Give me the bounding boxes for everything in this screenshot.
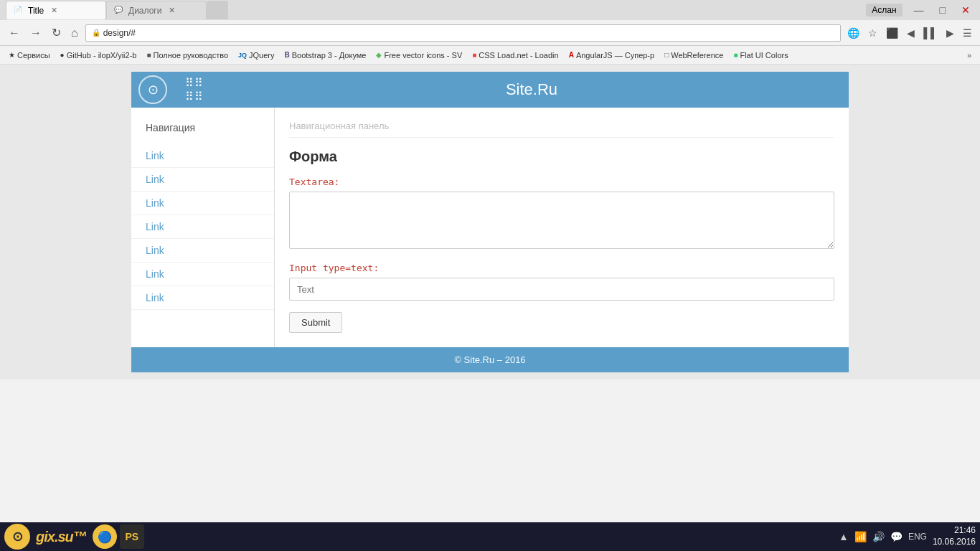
user-profile-icon[interactable]: ⊙ (138, 75, 167, 104)
bookmark-jquery[interactable]: JQ JQuery (234, 50, 278, 61)
bookmark-angular-label: AngularJS — Супер-р (576, 51, 654, 60)
minimize-button[interactable]: — (910, 4, 928, 16)
bookmark-icons[interactable]: ◆ Free vector icons - SV (372, 50, 466, 61)
bookmark-services-label: Сервисы (17, 51, 50, 60)
back-button[interactable]: ← (6, 27, 23, 39)
profile-symbol: ⊙ (148, 82, 159, 98)
tab-close-button[interactable]: ✕ (51, 6, 57, 15)
bookmark-more[interactable]: » (963, 50, 976, 61)
services-icon: ★ (9, 51, 15, 59)
window-controls: Аслан — □ ✕ (866, 4, 974, 17)
bookmark-webref[interactable]: □ WebReference (660, 50, 727, 61)
sidebar-link-3[interactable]: Link (131, 192, 274, 215)
user-name: Аслан (866, 4, 902, 17)
tab-dialogi-label: Диалоги (128, 6, 161, 16)
bookmark-github-label: GitHub - ilopX/yii2-b (67, 51, 137, 60)
submit-button[interactable]: Submit (289, 312, 342, 333)
notification-icon: 💬 (890, 531, 903, 542)
site-title: Site.Ru (222, 80, 842, 99)
website: ⊙ ⠿⠿⠿⠿ Site.Ru Навигация Link Link Link … (131, 72, 849, 372)
jquery-icon: JQ (238, 52, 247, 59)
nav-btn-3[interactable]: ▶ (944, 27, 956, 39)
sidebar-link-4[interactable]: Link (131, 215, 274, 239)
website-wrapper: ⊙ ⠿⠿⠿⠿ Site.Ru Навигация Link Link Link … (0, 65, 980, 380)
taskbar-app-phpstorm[interactable]: PS (120, 524, 144, 549)
bookmark-star-icon[interactable]: ☆ (866, 27, 880, 39)
translate-icon[interactable]: 🌐 (845, 27, 862, 39)
tab-title[interactable]: 📄 Title ✕ (6, 1, 106, 19)
volume-icon: 🔊 (872, 531, 885, 542)
tabs-container: 📄 Title ✕ 💬 Диалоги ✕ (6, 1, 228, 19)
taskbar-brand: gix.su™ (33, 529, 90, 545)
tab-dialogi[interactable]: 💬 Диалоги ✕ (106, 1, 207, 19)
tab-new[interactable] (207, 1, 228, 19)
bookmark-flatui-label: Flat UI Colors (740, 51, 788, 60)
footer-text: © Site.Ru – 2016 (454, 354, 525, 365)
nav-btn-1[interactable]: ◀ (905, 27, 917, 39)
navbar-placeholder: Навигационная панель (289, 115, 834, 138)
navigation-bar: ← → ↻ ⌂ 🔒 design/# 🌐 ☆ ⬛ ◀ ▌▌ ▶ ☰ (0, 20, 980, 46)
flatui-icon: ■ (733, 51, 738, 59)
bookmarks-bar: ★ Сервисы ● GitHub - ilopX/yii2-b ■ Полн… (0, 46, 980, 65)
close-button[interactable]: ✕ (957, 4, 974, 16)
site-footer: © Site.Ru – 2016 (131, 347, 849, 372)
input-label: Input type=text: (289, 263, 834, 273)
bookmark-bootstrap-label: Bootstrap 3 - Докуме (292, 51, 367, 60)
tab-label: Title (28, 6, 44, 16)
sidebar-link-5[interactable]: Link (131, 239, 274, 263)
sidebar-link-2[interactable]: Link (131, 168, 274, 192)
text-input[interactable] (289, 278, 834, 301)
address-bar[interactable]: 🔒 design/# (85, 24, 841, 42)
textarea-label: Textarea: (289, 176, 834, 187)
chrome-icon: 🔵 (98, 530, 112, 544)
textarea-field[interactable] (289, 192, 834, 249)
main-content: Навигационная панель Форма Textarea: Inp… (275, 108, 849, 347)
sidebar-link-1[interactable]: Link (131, 144, 274, 168)
forward-button[interactable]: → (27, 27, 44, 39)
start-button[interactable]: ⊙ (4, 524, 30, 550)
browser-window: 📄 Title ✕ 💬 Диалоги ✕ Аслан — □ ✕ ← → ↻ … (0, 0, 980, 551)
sidebar-link-6[interactable]: Link (131, 263, 274, 286)
bookmark-services[interactable]: ★ Сервисы (4, 50, 55, 61)
reload-button[interactable]: ↻ (49, 26, 64, 39)
address-text: design/# (103, 28, 136, 38)
maximize-button[interactable]: □ (936, 4, 950, 16)
bookmark-angular[interactable]: A AngularJS — Супер-р (565, 50, 659, 61)
bookmark-webref-label: WebReference (671, 51, 723, 60)
bookmark-flatui[interactable]: ■ Flat UI Colors (729, 50, 792, 61)
tab-dialogi-favicon: 💬 (114, 6, 124, 16)
site-header: ⊙ ⠿⠿⠿⠿ Site.Ru (131, 72, 849, 108)
sidebar-link-7[interactable]: Link (131, 286, 274, 310)
bookmark-github[interactable]: ● GitHub - ilopX/yii2-b (56, 50, 141, 61)
brand-text: gix.su™ (36, 529, 87, 545)
taskbar-clock: 21:46 10.06.2016 (933, 525, 976, 547)
arrow-up-icon: ▲ (839, 531, 849, 542)
title-bar: 📄 Title ✕ 💬 Диалоги ✕ Аслан — □ ✕ (0, 0, 980, 20)
bookmark-icons-label: Free vector icons - SV (384, 51, 462, 60)
form-title: Форма (289, 149, 834, 165)
nav-right-icons: 🌐 ☆ ⬛ ◀ ▌▌ ▶ ☰ (845, 27, 974, 39)
site-body: Навигация Link Link Link Link Link Link … (131, 108, 849, 347)
taskbar-time-display: 21:46 (933, 525, 976, 537)
bookmark-jquery-label: JQuery (249, 51, 274, 60)
bookmark-guide[interactable]: ■ Полное руководство (142, 50, 232, 61)
taskbar-app-chrome[interactable]: 🔵 (93, 524, 117, 549)
taskbar-date-display: 10.06.2016 (933, 537, 976, 548)
home-button[interactable]: ⌂ (68, 27, 81, 39)
cast-icon[interactable]: ⬛ (884, 27, 900, 39)
bookmark-bootstrap[interactable]: B Bootstrap 3 - Докуме (281, 50, 371, 61)
menu-icon[interactable]: ☰ (961, 27, 974, 39)
language-indicator: ENG (908, 532, 927, 542)
apps-grid-icon[interactable]: ⠿⠿⠿⠿ (182, 77, 207, 103)
phpstorm-icon: PS (125, 531, 138, 542)
bookmark-guide-label: Полное руководство (154, 51, 229, 60)
taskbar: ⊙ gix.su™ 🔵 PS ▲ 📶 🔊 💬 ENG 21:46 10.06.2… (0, 522, 980, 551)
nav-btn-2[interactable]: ▌▌ (921, 27, 940, 39)
bookmark-cssload-label: CSS Load.net - Loadin (479, 51, 558, 60)
cssload-icon: ■ (472, 51, 476, 59)
tab-favicon: 📄 (14, 6, 24, 16)
tab-dialogi-close[interactable]: ✕ (169, 6, 175, 15)
bootstrap-icon: B (285, 51, 290, 59)
sidebar-title: Навигация (131, 115, 274, 144)
bookmark-cssload[interactable]: ■ CSS Load.net - Loadin (468, 50, 562, 61)
